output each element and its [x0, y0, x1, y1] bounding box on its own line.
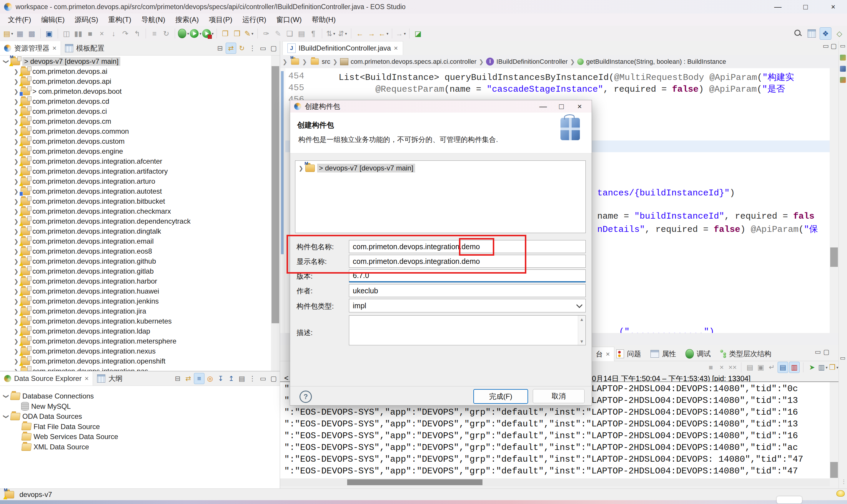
textarea-scrollbar[interactable]: ▲▼: [578, 316, 586, 345]
maximize-icon[interactable]: ▢: [831, 42, 837, 50]
chevron-collapsed-icon[interactable]: ❯: [12, 88, 20, 95]
link-with-editor-icon[interactable]: ⇄: [183, 373, 193, 384]
close-icon[interactable]: ×: [606, 350, 610, 358]
pin-console-icon[interactable]: ➤: [807, 362, 817, 373]
tree-item[interactable]: ❯com.primeton.devops.integration.metersp…: [0, 336, 271, 346]
minimize-icon[interactable]: ▭: [258, 43, 268, 53]
filter-icon[interactable]: ⇵▾: [337, 28, 348, 39]
drag-grip-icon[interactable]: ⋮⋮: [841, 479, 847, 485]
clear-console-icon[interactable]: ▤: [745, 362, 755, 373]
tree-item[interactable]: ❯M> devops-v7 [devops-v7 main]: [0, 56, 271, 67]
remove-all-launches-icon[interactable]: ××: [728, 362, 738, 373]
tree-item[interactable]: ❯> com.primeton.devops.boot: [0, 86, 271, 96]
tree-item[interactable]: ❯com.primeton.devops.integration.pas: [0, 366, 271, 371]
tree-item[interactable]: ❯com.primeton.devops.integration.jenkins: [0, 296, 271, 306]
chevron-expanded-icon[interactable]: ❯: [3, 58, 10, 65]
dialog-maximize-button[interactable]: □: [552, 100, 570, 112]
menu-item-2[interactable]: 源码(S): [70, 15, 103, 24]
view-menu-icon[interactable]: ⋮: [247, 373, 257, 384]
layout-icon[interactable]: ▤: [237, 373, 247, 384]
tree-item[interactable]: ❯com.primeton.devops.integration.checkma…: [0, 206, 271, 216]
console-vertical-scrollbar[interactable]: [830, 382, 839, 479]
maximize-icon[interactable]: ▢: [269, 373, 279, 384]
chevron-expanded-icon[interactable]: ❯: [3, 392, 10, 400]
link-editor-icon[interactable]: ✎: [273, 28, 283, 39]
breadcrumb-item[interactable]: com.primeton.devops.specs.api.ci.control…: [340, 58, 477, 66]
word-wrap-icon[interactable]: ↵: [767, 362, 777, 373]
disconnect-icon[interactable]: ×: [96, 28, 107, 39]
maximize-icon[interactable]: ▢: [269, 43, 279, 53]
tree-item[interactable]: ❯com.primeton.devops.integration.harbor: [0, 276, 271, 286]
menu-item-1[interactable]: 编辑(E): [36, 15, 70, 24]
window-maximize-button[interactable]: □: [792, 0, 819, 14]
tree-item[interactable]: ❯com.primeton.devops.integration.openshi…: [0, 356, 271, 366]
tree-item[interactable]: ❯com.primeton.devops.integration.dingtal…: [0, 226, 271, 236]
tree-item[interactable]: ❯com.primeton.devops.integration.github: [0, 256, 271, 266]
last-edit-location-icon[interactable]: ◪: [413, 28, 424, 39]
show-whitespace-icon[interactable]: ¶: [308, 28, 319, 39]
collapse-all-icon[interactable]: ⊟: [215, 43, 225, 53]
tab-debug[interactable]: 调试: [682, 347, 714, 361]
chevron-collapsed-icon[interactable]: ❯: [12, 188, 20, 195]
close-icon[interactable]: ×: [84, 374, 89, 383]
chevron-expanded-icon[interactable]: ❯: [3, 413, 10, 420]
tree-item[interactable]: ❯com.primeton.devops.integration.bitbuck…: [0, 196, 271, 206]
dialog-project-tree[interactable]: ❯ M > devops-v7 [devops-v7 main]: [295, 160, 586, 233]
breadcrumb-item[interactable]: M: [290, 58, 300, 65]
tree-item[interactable]: ❯ODA Data Sources: [0, 411, 280, 421]
author-field[interactable]: ukeclub: [349, 284, 586, 297]
perspective-grid-icon[interactable]: [806, 28, 817, 39]
menu-item-5[interactable]: 搜索(A): [170, 15, 204, 24]
tree-item[interactable]: ❯com.primeton.devops.engine: [0, 146, 271, 156]
next-annotation-icon[interactable]: →▾: [395, 28, 406, 39]
menu-item-0[interactable]: 文件(F): [3, 15, 36, 24]
console-horizontal-scrollbar[interactable]: [280, 479, 830, 486]
tree-item[interactable]: ❯com.primeton.devops.common: [0, 126, 271, 137]
tree-item[interactable]: ❯com.primeton.devops.integration.email: [0, 236, 271, 246]
display-selected-console-icon[interactable]: ▥▾: [818, 362, 828, 373]
breadcrumb-item[interactable]: IIBuildDefinitionController: [486, 58, 568, 66]
tree-item[interactable]: ❯com.primeton.devops.cd: [0, 96, 271, 106]
last-location-icon[interactable]: ←▾: [378, 28, 389, 39]
import-profiles-icon[interactable]: ↧: [215, 373, 226, 384]
dialog-tree-item[interactable]: > devops-v7 [devops-v7 main]: [317, 164, 415, 173]
tree-item[interactable]: Flat File Data Source: [0, 422, 280, 432]
tree-item[interactable]: New MySQL: [0, 401, 280, 411]
lightbulb-icon[interactable]: [836, 490, 845, 497]
open-resource-icon[interactable]: ❒: [231, 28, 243, 39]
pin-editor-icon[interactable]: ✑: [261, 28, 272, 39]
minimized-view-icon[interactable]: [840, 55, 846, 60]
scroll-lock-icon[interactable]: ▣: [756, 362, 766, 373]
open-terminal-icon[interactable]: ▣: [44, 28, 55, 39]
minimize-icon[interactable]: ▭: [823, 42, 829, 50]
refresh-icon[interactable]: ↻: [237, 43, 247, 53]
step-return-icon[interactable]: ↰: [132, 28, 143, 39]
restore-pane-icon[interactable]: ▭: [840, 42, 846, 49]
minimized-view-icon[interactable]: [840, 77, 846, 83]
minimize-icon[interactable]: ▭: [815, 348, 821, 356]
tree-item[interactable]: XML Data Source: [0, 442, 280, 452]
run-icon[interactable]: ▾: [190, 28, 202, 39]
breadcrumb-item[interactable]: src: [310, 58, 330, 66]
finish-button[interactable]: 完成(F): [473, 389, 528, 404]
resource-perspective-icon[interactable]: ◇: [834, 28, 845, 39]
java-perspective-icon[interactable]: ❖: [820, 27, 831, 40]
menu-item-4[interactable]: 导航(N): [136, 15, 170, 24]
tree-item[interactable]: Web Services Data Source: [0, 432, 280, 442]
view-menu-icon[interactable]: ⋮: [247, 43, 257, 53]
run-history-icon[interactable]: ≡: [149, 28, 160, 39]
minimize-icon[interactable]: ▭: [258, 373, 268, 384]
menu-item-6[interactable]: 项目(P): [204, 15, 238, 24]
scroll-down-icon[interactable]: ▼: [580, 339, 584, 344]
tab-problems[interactable]: 问题: [612, 347, 645, 361]
dialog-close-button[interactable]: ×: [570, 100, 589, 112]
minimized-view-icon[interactable]: [840, 66, 846, 72]
terminate-icon[interactable]: ■: [706, 362, 716, 373]
back-icon[interactable]: ←: [354, 28, 365, 39]
tab-template-config[interactable]: 模板配置: [61, 41, 108, 55]
menu-item-8[interactable]: 窗口(W): [271, 15, 307, 24]
tree-item[interactable]: ❯com.primeton.devops.integration.artifac…: [0, 166, 271, 176]
tree-item[interactable]: ❯com.primeton.devops.integration.kuberne…: [0, 316, 271, 326]
tree-item[interactable]: ❯com.primeton.devops.integration.jira: [0, 306, 271, 316]
open-console-icon[interactable]: ❒▾: [829, 362, 839, 373]
